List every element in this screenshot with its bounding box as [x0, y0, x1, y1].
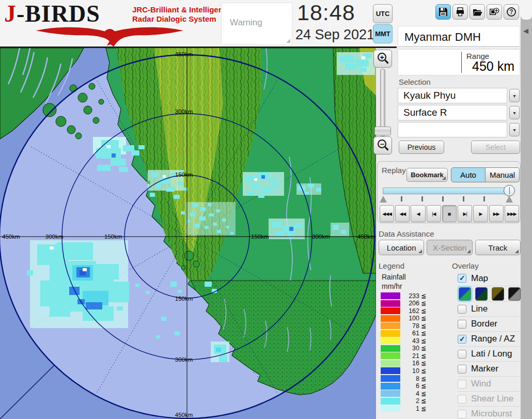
header-divider-right — [397, 46, 532, 47]
legend-value: 2 — [400, 397, 419, 405]
ring-label-bottom-150: 150km — [175, 296, 193, 302]
selection-dropdown-value[interactable]: Surface R — [398, 105, 507, 120]
replay-slider-thumb[interactable] — [504, 185, 515, 196]
checkbox[interactable] — [458, 365, 466, 374]
legend-operator: ≦ — [421, 390, 426, 397]
legend-row: 43 ≦ — [381, 337, 426, 344]
utc-button[interactable]: UTC — [373, 4, 393, 23]
selection-row: Kyauk Phyu ▾ — [398, 88, 521, 103]
legend-value: 233 — [400, 292, 419, 300]
overlay-item[interactable]: Shear Line — [458, 391, 521, 406]
ring-label-top-150: 150km — [175, 172, 193, 178]
legend-value: 78 — [400, 322, 419, 330]
overlay-items: Line Border Range / AZ Lati / Long — [458, 301, 521, 419]
legend-color-swatch — [381, 307, 400, 314]
dropdown-button[interactable]: ▾ — [509, 123, 520, 136]
previous-button[interactable]: Previous — [399, 141, 444, 154]
overlay-item[interactable]: Range / AZ — [458, 331, 521, 346]
map-style-swatch[interactable] — [508, 287, 521, 301]
data-assistance-button[interactable]: Location — [379, 240, 424, 255]
overlay-item[interactable]: Border — [458, 316, 521, 331]
checkbox[interactable] — [458, 305, 466, 314]
auto-mode-button[interactable]: Auto — [451, 167, 486, 182]
add-image-button[interactable] — [487, 4, 502, 20]
overlay-item-map[interactable]: Map — [458, 271, 521, 286]
overlay-item[interactable]: Marker — [458, 361, 521, 376]
overlay-item[interactable]: Lati / Long — [458, 346, 521, 361]
transport-button[interactable]: ◀◀ — [395, 205, 410, 222]
checkbox[interactable] — [458, 380, 466, 389]
range-value: 450 km — [472, 59, 514, 74]
overlay-item[interactable]: Wind — [458, 376, 521, 391]
checkbox[interactable] — [458, 350, 466, 359]
manual-mode-button[interactable]: Manual — [486, 167, 520, 182]
transport-button[interactable]: ▶▶ — [489, 205, 504, 222]
legend-color-swatch — [381, 300, 400, 307]
warning-panel[interactable]: Warning — [221, 3, 292, 45]
legend-color-swatch — [381, 367, 400, 374]
overlay-item-label: Line — [471, 304, 488, 314]
replay-range-end-marker[interactable] — [506, 196, 513, 203]
map-style-swatch[interactable] — [459, 287, 471, 301]
station-name-field[interactable]: Myanmar DMH — [398, 26, 520, 46]
zoom-slider-thumb[interactable] — [374, 127, 391, 135]
overlay-label: Overlay — [452, 261, 479, 270]
legend-color-swatch — [381, 337, 400, 344]
ring-label-right-450: 450km — [357, 234, 375, 240]
checkbox[interactable] — [458, 410, 466, 418]
legend-operator: ≦ — [421, 367, 426, 375]
eagle-icon — [5, 25, 214, 46]
map-style-swatch[interactable] — [475, 287, 488, 301]
replay-range-start-marker[interactable] — [380, 196, 387, 203]
collapse-panel-icon[interactable]: ◀ — [523, 27, 528, 35]
zoom-out-icon: − — [378, 139, 386, 148]
legend-operator: ≦ — [421, 360, 426, 367]
checkbox[interactable] — [458, 395, 466, 404]
transport-button[interactable]: ◀ — [411, 205, 425, 222]
radar-map[interactable]: 450km 300km 150km 150km 300km 450km 450k… — [0, 48, 376, 419]
open-folder-icon — [473, 7, 482, 17]
legend-row: 78 ≦ — [381, 322, 426, 329]
transport-button[interactable]: ▶| — [458, 205, 472, 222]
selection-row: Surface R ▾ — [398, 105, 521, 120]
selection-dropdown-value[interactable]: Kyauk Phyu — [398, 88, 507, 103]
checkbox[interactable] — [458, 335, 466, 344]
zoom-in-button[interactable]: + — [373, 50, 392, 68]
dropdown-button[interactable]: ▾ — [509, 89, 520, 102]
dropdown-button[interactable]: ▾ — [509, 106, 520, 119]
open-folder-button[interactable] — [470, 4, 485, 20]
resize-grip-icon[interactable] — [286, 39, 290, 43]
legend-operator: ≦ — [421, 337, 426, 345]
help-button[interactable]: ? — [504, 4, 519, 20]
add-image-icon — [489, 7, 499, 17]
map-style-swatch[interactable] — [492, 287, 504, 301]
print-button[interactable] — [452, 4, 468, 20]
zoom-out-button[interactable]: − — [373, 136, 392, 154]
logo-subtitle-line2: Radar Dialogic System — [132, 14, 226, 24]
replay-panel: Replay Bookmark Auto Manual ◀◀◀ ◀◀ ◀ |◀ … — [377, 161, 521, 223]
legend-value: 4 — [400, 390, 419, 397]
transport-button[interactable]: ■ — [442, 205, 457, 222]
overlay-item[interactable]: Line — [458, 301, 521, 316]
save-button[interactable] — [435, 4, 451, 20]
ring-label-left-450: 450km — [2, 234, 20, 240]
legend-color-swatch — [381, 292, 400, 299]
selection-dropdown-value[interactable] — [398, 122, 507, 137]
legend-color-swatch — [381, 330, 400, 337]
checkbox[interactable] — [458, 320, 466, 329]
overlay-item[interactable]: Microburst — [458, 406, 521, 419]
checkbox-map[interactable] — [458, 274, 466, 283]
data-assistance-button[interactable]: X-Section — [427, 240, 472, 255]
transport-button[interactable]: ▶▶▶ — [505, 205, 519, 222]
transport-button[interactable]: ◀◀◀ — [380, 205, 394, 222]
data-assistance-button[interactable]: Track — [475, 240, 521, 255]
transport-button[interactable]: |◀ — [427, 205, 441, 222]
overlay-item-label: Wind — [471, 379, 491, 389]
replay-slider-track[interactable] — [383, 188, 513, 194]
data-assistance-buttons: Location X-Section Track — [379, 240, 521, 255]
transport-button[interactable]: ▶ — [473, 205, 488, 222]
select-button[interactable]: Select — [471, 141, 520, 154]
mmt-button[interactable]: MMT — [373, 24, 393, 43]
bookmark-button[interactable]: Bookmark — [406, 168, 448, 182]
legend-color-swatch — [381, 398, 400, 405]
